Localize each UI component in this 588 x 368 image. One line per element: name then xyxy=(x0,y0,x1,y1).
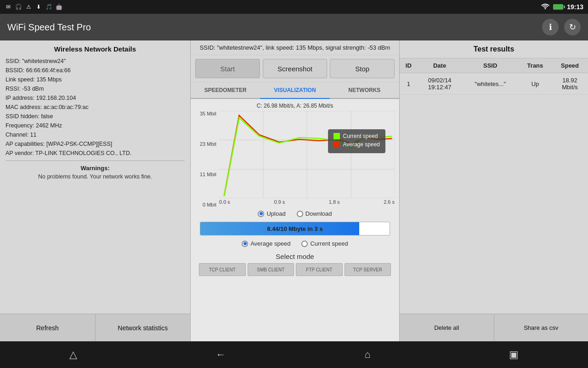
chart-area: C: 26.98 Mbit/s, A: 26.85 Mbit/s 35 Mbit… xyxy=(191,99,399,341)
divider xyxy=(6,161,185,161)
right-panel-buttons: Delete all Share as csv xyxy=(400,314,588,341)
legend-current-label: Current speed xyxy=(343,133,378,139)
tcp-client-tab[interactable]: TCP CLIENT xyxy=(199,263,246,276)
nav-back-icon[interactable]: ← xyxy=(207,345,235,364)
upload-label: Upload xyxy=(266,210,285,217)
left-panel-buttons: Refresh Network statistics xyxy=(0,314,190,341)
status-right: 19:13 xyxy=(541,3,583,11)
warning-icon: ⚠ xyxy=(25,3,32,11)
col-speed: Speed xyxy=(552,58,588,73)
status-bar: ✉ 🎧 ⚠ ⬇ 🎵 🤖 19:13 xyxy=(0,0,588,14)
ssid-hidden-detail: SSID hidden: false xyxy=(6,112,185,121)
left-panel: Wireless Network Details SSID: "whitetes… xyxy=(0,40,191,341)
bssid-detail: BSSID: 66:66:66:4f:ea:66 xyxy=(6,66,185,75)
network-statistics-button[interactable]: Network statistics xyxy=(96,314,191,341)
headset-icon: 🎧 xyxy=(15,3,22,11)
legend-average: Average speed xyxy=(334,141,380,148)
ssid-detail: SSID: "whitetestnew24" xyxy=(6,57,185,66)
main-content: Wireless Network Details SSID: "whitetes… xyxy=(0,40,588,341)
download-radio-circle xyxy=(297,211,303,217)
mode-tabs: TCP CLIENT SMB CLIENT FTP CLIENT TCP SER… xyxy=(195,263,395,279)
result-date: 09/02/1419:12:47 xyxy=(418,73,462,95)
nav-home-outline-icon[interactable]: △ xyxy=(60,345,86,364)
col-id: ID xyxy=(400,58,418,73)
time-display: 19:13 xyxy=(567,3,583,11)
delete-all-button[interactable]: Delete all xyxy=(400,314,494,341)
control-buttons: Start Screenshot Stop xyxy=(191,55,399,82)
progress-bar: 8.44/10 Mbyte in 3 s xyxy=(200,222,390,236)
app-bar-actions: ℹ ↻ xyxy=(542,19,581,35)
warnings-title: Warnings: xyxy=(6,165,185,172)
status-icons: ✉ 🎧 ⚠ ⬇ 🎵 🤖 xyxy=(5,3,62,11)
app-title: WiFi Speed Test Pro xyxy=(7,22,91,33)
start-button[interactable]: Start xyxy=(195,59,260,78)
y-label-35: 35 Mbit xyxy=(200,111,216,116)
results-table: ID Date SSID Trans Speed 1 09/02/1419:12… xyxy=(400,58,588,95)
current-speed-label: Current speed xyxy=(310,240,348,247)
result-speed: 18.92Mbit/s xyxy=(552,73,588,95)
middle-panel: SSID: "whitetestnew24", link speed: 135 … xyxy=(191,40,400,341)
result-id: 1 xyxy=(400,73,418,95)
progress-bar-text: 8.44/10 Mbyte in 3 s xyxy=(267,225,322,232)
stop-button[interactable]: Stop xyxy=(330,59,395,78)
tab-speedometer[interactable]: SPEEDOMETER xyxy=(191,82,260,99)
current-speed-radio[interactable]: Current speed xyxy=(301,240,348,247)
ssid-header: SSID: "whitetestnew24", link speed: 135 … xyxy=(191,40,399,55)
x-label-26: 2.6 s xyxy=(384,199,395,207)
settings-icon: ↻ xyxy=(569,22,576,32)
battery-icon xyxy=(553,4,563,10)
right-panel: Test results ID Date SSID Trans Speed 1 … xyxy=(400,40,588,341)
rssi-detail: RSSI: -53 dBm xyxy=(6,84,185,93)
upload-download-row: Upload Download xyxy=(195,207,395,220)
average-speed-radio[interactable]: Average speed xyxy=(242,240,290,247)
channel-detail: Channel: 11 xyxy=(6,130,185,139)
info-button[interactable]: ℹ xyxy=(542,19,559,35)
tab-networks[interactable]: NETWORKS xyxy=(330,82,399,99)
ip-detail: IP address: 192.168.20.104 xyxy=(6,93,185,103)
network-details-title: Wireless Network Details xyxy=(6,45,185,53)
tab-bar: SPEEDOMETER VISUALIZATION NETWORKS xyxy=(191,82,399,99)
y-label-11: 11 Mbit xyxy=(200,172,216,177)
current-speed-circle xyxy=(301,241,308,247)
mac-detail: MAC address: ac:ac:0b:ac:79:ac xyxy=(6,103,185,112)
tab-visualization[interactable]: VISUALIZATION xyxy=(260,82,329,99)
upload-radio-circle xyxy=(258,211,264,217)
tcp-server-tab[interactable]: TCP SERVER xyxy=(345,263,391,276)
download-radio[interactable]: Download xyxy=(297,210,332,217)
chart-y-labels: 35 Mbit 23 Mbit 11 Mbit 0 Mbit xyxy=(195,111,219,207)
speed-options-row: Average speed Current speed xyxy=(195,237,395,250)
network-details-list: SSID: "whitetestnew24" BSSID: 66:66:66:4… xyxy=(6,57,185,158)
bottom-nav: △ ← ⌂ ▣ xyxy=(0,341,588,368)
result-trans: Up xyxy=(519,73,552,95)
settings-button[interactable]: ↻ xyxy=(564,19,581,35)
y-label-23: 23 Mbit xyxy=(200,141,216,147)
refresh-button[interactable]: Refresh xyxy=(0,314,96,341)
chart-svg xyxy=(219,111,395,198)
results-table-header: ID Date SSID Trans Speed xyxy=(400,58,588,73)
legend-average-label: Average speed xyxy=(343,141,380,148)
nav-recents-icon[interactable]: ▣ xyxy=(500,345,528,364)
app-bar: WiFi Speed Test Pro ℹ ↻ xyxy=(0,14,588,40)
screenshot-button[interactable]: Screenshot xyxy=(263,59,328,78)
average-speed-label: Average speed xyxy=(250,240,290,247)
chart-x-labels: 0.0 s 0.9 s 1.8 s 2.6 s xyxy=(219,199,395,207)
chart-container: 35 Mbit 23 Mbit 11 Mbit 0 Mbit xyxy=(195,111,395,207)
col-date: Date xyxy=(418,58,462,73)
average-speed-color-box xyxy=(334,141,340,148)
warnings-text: No problems found. Your network works fi… xyxy=(6,173,185,180)
nav-home-icon[interactable]: ⌂ xyxy=(355,345,379,364)
ftp-client-tab[interactable]: FTP CLIENT xyxy=(296,263,343,276)
chart-current-label: C: 26.98 Mbit/s, A: 26.85 Mbit/s xyxy=(195,103,395,109)
share-csv-button[interactable]: Share as csv xyxy=(494,314,588,341)
chart-svg-wrapper: Current speed Average speed xyxy=(219,111,395,198)
upload-radio[interactable]: Upload xyxy=(258,210,285,217)
smb-client-tab[interactable]: SMB CLIENT xyxy=(248,263,294,276)
frequency-detail: Frequency: 2462 MHz xyxy=(6,121,185,130)
select-mode-label: Select mode xyxy=(195,250,395,263)
x-label-09: 0.9 s xyxy=(274,199,285,207)
x-label-18: 1.8 s xyxy=(329,199,340,207)
link-speed-detail: Link speed: 135 Mbps xyxy=(6,75,185,84)
y-label-0: 0 Mbit xyxy=(203,202,216,207)
info-icon: ℹ xyxy=(549,22,552,32)
result-ssid: "whitetes..." xyxy=(462,73,518,95)
